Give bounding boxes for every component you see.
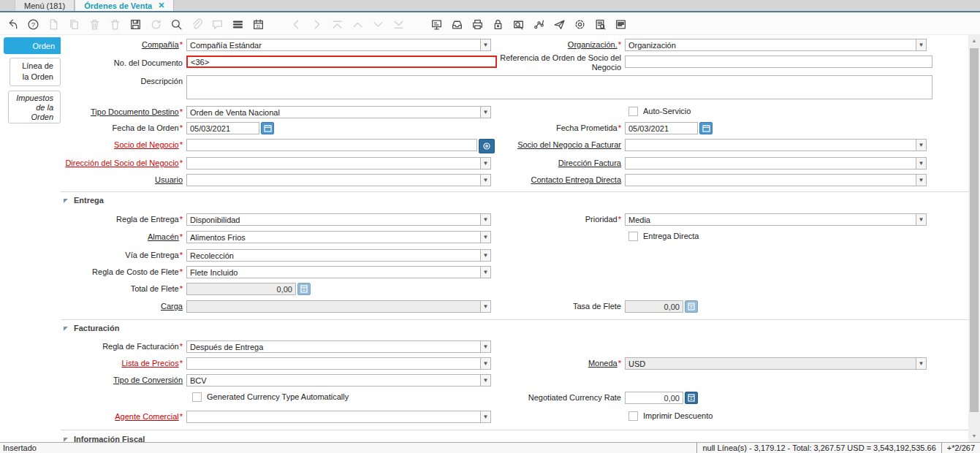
chat-icon[interactable] (210, 17, 224, 31)
tipo-documento-label[interactable]: Tipo Documento Destino* (61, 106, 183, 118)
vertical-scrollbar[interactable]: ▲ ▼ (968, 35, 980, 442)
zoom-across-icon[interactable] (512, 17, 525, 31)
direccion-factura-combobox[interactable]: ▼ (625, 157, 927, 170)
socio-negocio-label[interactable]: Socio del Negocio* (61, 139, 183, 151)
preferences-icon[interactable] (573, 17, 586, 31)
chevron-down-icon[interactable]: ▼ (480, 301, 490, 312)
negotiated-rate-input[interactable] (625, 392, 683, 404)
calendar-picker-icon[interactable] (261, 122, 274, 134)
moneda-label[interactable]: Moneda* (491, 357, 621, 370)
report-query-icon[interactable] (593, 17, 607, 31)
undo-icon[interactable] (6, 17, 19, 31)
fecha-prometida-input[interactable] (625, 122, 698, 134)
chevron-down-icon[interactable]: ▼ (480, 214, 490, 225)
chevron-down-icon[interactable]: ▼ (916, 140, 926, 151)
contacto-combobox[interactable]: ▼ (625, 174, 927, 186)
archive-icon[interactable] (450, 17, 463, 31)
section-entrega-header[interactable]: Entrega (64, 196, 104, 205)
chevron-down-icon[interactable]: ▼ (916, 175, 926, 186)
via-entrega-combobox[interactable]: Recolección▼ (186, 249, 491, 262)
agente-comercial-label[interactable]: Agente Comercial* (61, 411, 183, 423)
chevron-down-icon[interactable]: ▼ (480, 375, 490, 386)
prioridad-combobox[interactable]: Media▼ (625, 213, 927, 226)
calculator-icon[interactable] (685, 392, 698, 404)
scrollbar-thumb[interactable] (970, 48, 979, 412)
usuario-label[interactable]: Usuario (61, 174, 183, 186)
socio-facturar-label[interactable]: Socio del Negocio a Facturar (491, 139, 621, 151)
referencia-input[interactable] (625, 56, 932, 68)
tipo-conversion-label[interactable]: Tipo de Conversión (61, 374, 183, 387)
grid-toggle-icon[interactable] (231, 17, 244, 31)
chevron-down-icon[interactable]: ▼ (480, 232, 490, 243)
refresh-icon[interactable] (149, 17, 162, 31)
chevron-down-icon[interactable]: ▼ (916, 39, 926, 50)
last-record-icon[interactable] (392, 17, 405, 31)
sidebar-tab-linea-de-la-orden[interactable]: Línea de la Orden (10, 58, 61, 86)
parent-record-icon[interactable] (289, 17, 303, 31)
carga-combobox[interactable]: ▼ (186, 300, 491, 313)
new-record-icon[interactable] (47, 17, 60, 31)
delete-record-icon[interactable] (88, 17, 101, 31)
moneda-combobox[interactable]: USD▼ (625, 357, 927, 370)
organizacion-combobox[interactable]: Organización▼ (625, 39, 927, 51)
fecha-orden-input[interactable] (186, 122, 259, 134)
scroll-up-icon[interactable]: ▲ (968, 35, 980, 47)
close-tab-icon[interactable]: ✕ (158, 1, 164, 10)
descripcion-textarea[interactable] (186, 75, 932, 99)
compania-label[interactable]: Compañía* (61, 39, 183, 51)
organizacion-label[interactable]: Organización.* (491, 39, 621, 51)
print-preview-icon[interactable] (614, 17, 627, 31)
workflow-icon[interactable] (532, 17, 545, 31)
chevron-down-icon[interactable]: ▼ (480, 411, 490, 422)
auto-servicio-checkbox[interactable] (628, 107, 638, 116)
almacen-label[interactable]: Almacén* (61, 231, 183, 243)
generated-currency-checkbox[interactable] (192, 392, 202, 402)
contacto-label[interactable]: Contacto Entrega Directa (491, 174, 621, 186)
lista-precios-combobox[interactable]: ▼ (186, 357, 491, 370)
print-icon[interactable] (471, 17, 484, 31)
delete-selection-icon[interactable] (108, 17, 121, 31)
chevron-down-icon[interactable]: ▼ (480, 358, 490, 369)
chevron-down-icon[interactable]: ▼ (480, 341, 490, 352)
chevron-down-icon[interactable]: ▼ (480, 158, 490, 169)
find-icon[interactable] (170, 17, 183, 31)
calendar-picker-icon[interactable] (699, 122, 713, 134)
direccion-socio-combobox[interactable]: ▼ (186, 157, 491, 170)
regla-costo-flete-combobox[interactable]: Flete Incluido▼ (186, 266, 491, 278)
socio-negocio-input[interactable] (186, 139, 477, 151)
send-mail-icon[interactable] (552, 17, 566, 31)
usuario-combobox[interactable]: ▼ (186, 174, 491, 186)
report-icon[interactable] (430, 17, 443, 31)
lista-precios-label[interactable]: Lista de Precios* (61, 357, 183, 370)
save-icon[interactable] (129, 17, 142, 31)
direccion-socio-label[interactable]: Dirección del Socio del Negocio* (61, 157, 183, 170)
total-flete-input[interactable] (186, 283, 296, 295)
first-record-icon[interactable] (330, 17, 343, 31)
regla-facturacion-combobox[interactable]: Después de Entrega▼ (186, 340, 491, 353)
scroll-down-icon[interactable]: ▼ (968, 430, 980, 442)
calculator-icon[interactable] (297, 283, 311, 295)
no-documento-input[interactable] (186, 56, 497, 68)
direccion-factura-label[interactable]: Dirección Factura (491, 157, 621, 170)
previous-record-icon[interactable] (351, 17, 364, 31)
chevron-down-icon[interactable]: ▼ (916, 158, 926, 169)
copy-record-icon[interactable] (67, 17, 80, 31)
chevron-down-icon[interactable]: ▼ (480, 107, 490, 118)
carga-label[interactable]: Carga (61, 300, 183, 313)
tab-menu[interactable]: Menú (181) (15, 0, 75, 11)
tipo-documento-combobox[interactable]: Orden de Venta Nacional▼ (186, 106, 491, 118)
chevron-down-icon[interactable]: ▼ (480, 175, 490, 186)
chevron-down-icon[interactable]: ▼ (480, 39, 490, 50)
sidebar-tab-orden[interactable]: Orden (4, 37, 62, 54)
calculator-icon[interactable] (685, 300, 698, 313)
regla-entrega-combobox[interactable]: Disponibilidad▼ (186, 213, 491, 226)
chevron-down-icon[interactable]: ▼ (480, 267, 490, 278)
entrega-directa-checkbox[interactable] (628, 232, 638, 241)
chevron-down-icon[interactable]: ▼ (480, 250, 490, 261)
chevron-down-icon[interactable]: ▼ (916, 358, 926, 369)
socio-facturar-combobox[interactable]: ▼ (625, 139, 927, 151)
tasa-flete-input[interactable] (625, 300, 683, 313)
almacen-combobox[interactable]: Alimentos Frios▼ (186, 231, 491, 243)
compania-combobox[interactable]: Compañía Estándar▼ (186, 39, 491, 51)
chevron-down-icon[interactable]: ▼ (916, 214, 926, 225)
